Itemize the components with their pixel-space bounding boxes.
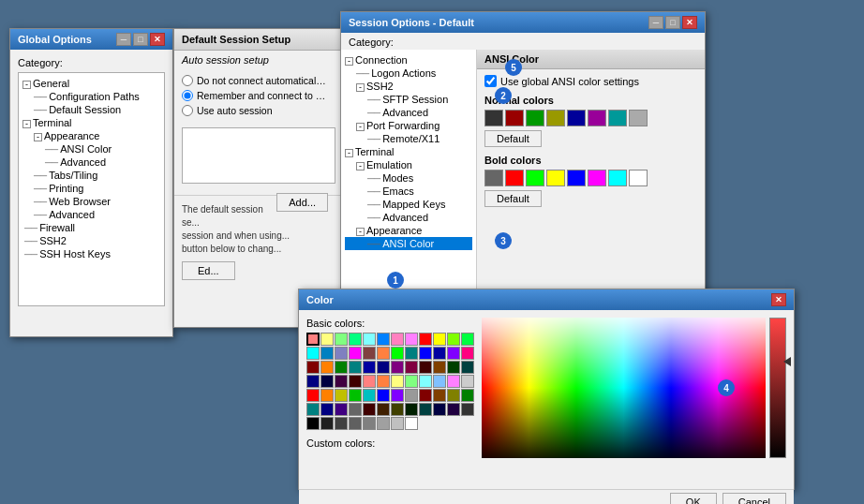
expand-portfwd[interactable]: -	[356, 123, 365, 131]
basic-color-68[interactable]	[419, 403, 432, 416]
radio-use-auto[interactable]: Use auto session	[182, 103, 335, 118]
normal-swatch-4[interactable]	[567, 110, 586, 126]
session-tree-mapped-keys[interactable]: ──Mapped Keys	[345, 198, 472, 211]
basic-color-47[interactable]	[461, 375, 474, 388]
normal-swatch-7[interactable]	[629, 110, 648, 126]
basic-color-9[interactable]	[433, 333, 446, 346]
color-cancel-button[interactable]: Cancel	[722, 493, 786, 504]
basic-color-74[interactable]	[335, 417, 348, 430]
session-tree-connection[interactable]: -Connection	[345, 53, 472, 67]
basic-color-39[interactable]	[349, 375, 362, 388]
basic-color-64[interactable]	[363, 403, 376, 416]
basic-color-69[interactable]	[433, 403, 446, 416]
normal-swatch-1[interactable]	[505, 110, 524, 126]
color-dialog-close-btn[interactable]: ✕	[771, 293, 786, 306]
tree-item-tabs-tiling[interactable]: ──Tabs/Tiling	[22, 169, 160, 182]
basic-color-38[interactable]	[335, 375, 348, 388]
session-tree-ansi-color[interactable]: ──ANSI Color	[345, 237, 472, 250]
expand-session-terminal[interactable]: -	[345, 149, 353, 157]
basic-color-grid[interactable]	[306, 333, 474, 430]
basic-color-12[interactable]	[306, 347, 320, 360]
tree-item-advanced-appearance[interactable]: ──Advanced	[22, 156, 160, 169]
spectrum-container[interactable]	[482, 318, 766, 482]
use-global-checkbox-row[interactable]: Use global ANSI color settings	[484, 75, 697, 87]
basic-color-62[interactable]	[335, 403, 348, 416]
basic-color-16[interactable]	[363, 347, 376, 360]
basic-color-52[interactable]	[363, 389, 376, 402]
session-tree-remote[interactable]: ──Remote/X11	[345, 132, 472, 145]
basic-color-25[interactable]	[320, 361, 334, 374]
basic-color-13[interactable]	[320, 347, 334, 360]
color-ok-button[interactable]: OK	[670, 493, 717, 504]
basic-color-2[interactable]	[335, 333, 348, 346]
normal-swatch-5[interactable]	[588, 110, 606, 126]
tree-item-ssh2[interactable]: ──SSH2	[22, 234, 160, 247]
basic-color-28[interactable]	[363, 361, 376, 374]
basic-color-24[interactable]	[306, 361, 320, 374]
basic-color-5[interactable]	[377, 333, 390, 346]
tree-item-web-browser[interactable]: ──Web Browser	[22, 195, 160, 208]
bold-swatch-0[interactable]	[484, 170, 503, 186]
tree-item-general[interactable]: -General	[22, 77, 160, 90]
basic-color-51[interactable]	[349, 389, 362, 402]
basic-color-22[interactable]	[447, 347, 460, 360]
expand-ssh2[interactable]: -	[356, 83, 365, 92]
session-tree-ssh2[interactable]: -SSH2	[345, 80, 472, 93]
normal-swatch-0[interactable]	[484, 110, 503, 126]
session-tree-appearance[interactable]: -Appearance	[345, 224, 472, 237]
basic-color-60[interactable]	[306, 403, 320, 416]
radio-use-auto-input[interactable]	[182, 105, 193, 116]
basic-color-53[interactable]	[377, 389, 390, 402]
basic-color-8[interactable]	[419, 333, 432, 346]
bold-swatch-5[interactable]	[588, 170, 606, 186]
basic-color-48[interactable]	[306, 389, 320, 402]
tree-item-ssh-host-keys[interactable]: ──SSH Host Keys	[22, 247, 160, 260]
tree-item-default-session[interactable]: ──Default Session	[22, 103, 160, 116]
bold-swatch-2[interactable]	[526, 170, 544, 186]
expand-icon-appearance[interactable]: -	[34, 133, 42, 141]
basic-color-54[interactable]	[391, 389, 404, 402]
expand-icon-terminal[interactable]: -	[22, 120, 31, 128]
basic-color-11[interactable]	[461, 333, 474, 346]
basic-color-58[interactable]	[447, 389, 460, 402]
basic-color-55[interactable]	[405, 389, 418, 402]
normal-default-button[interactable]: Default	[484, 130, 542, 147]
basic-color-15[interactable]	[349, 347, 362, 360]
basic-color-7[interactable]	[405, 333, 418, 346]
basic-color-66[interactable]	[391, 403, 404, 416]
basic-color-77[interactable]	[377, 417, 390, 430]
normal-swatch-2[interactable]	[526, 110, 544, 126]
basic-color-72[interactable]	[306, 417, 320, 430]
basic-color-44[interactable]	[419, 375, 432, 388]
session-tree-emulation-advanced[interactable]: ──Advanced	[345, 211, 472, 224]
radio-no-connect-input[interactable]	[182, 75, 193, 86]
basic-color-20[interactable]	[419, 347, 432, 360]
basic-color-26[interactable]	[335, 361, 348, 374]
bold-swatch-1[interactable]	[505, 170, 524, 186]
session-tree-modes[interactable]: ──Modes	[345, 171, 472, 185]
basic-color-61[interactable]	[320, 403, 334, 416]
basic-color-14[interactable]	[335, 347, 348, 360]
expand-icon-general[interactable]: -	[22, 81, 31, 89]
normal-swatch-3[interactable]	[546, 110, 565, 126]
basic-color-42[interactable]	[391, 375, 404, 388]
session-tree-sftp[interactable]: ──SFTP Session	[345, 93, 472, 106]
radio-no-connect[interactable]: Do not connect automatically on...	[182, 73, 335, 88]
radio-remember[interactable]: Remember and connect to sessi...	[182, 88, 335, 103]
session-minimize-btn[interactable]: ─	[648, 16, 663, 29]
basic-color-32[interactable]	[419, 361, 432, 374]
basic-color-21[interactable]	[433, 347, 446, 360]
basic-color-19[interactable]	[405, 347, 418, 360]
basic-color-6[interactable]	[391, 333, 404, 346]
basic-color-57[interactable]	[433, 389, 446, 402]
basic-color-31[interactable]	[405, 361, 418, 374]
bold-swatch-4[interactable]	[567, 170, 586, 186]
add-button[interactable]: Add...	[276, 193, 328, 212]
basic-color-27[interactable]	[349, 361, 362, 374]
session-tree-port-fwd[interactable]: -Port Forwarding	[345, 119, 472, 132]
bold-swatch-7[interactable]	[629, 170, 648, 186]
edit-button[interactable]: Ed...	[182, 261, 235, 280]
session-maximize-btn[interactable]: □	[665, 16, 680, 29]
basic-color-23[interactable]	[461, 347, 474, 360]
basic-color-75[interactable]	[349, 417, 362, 430]
